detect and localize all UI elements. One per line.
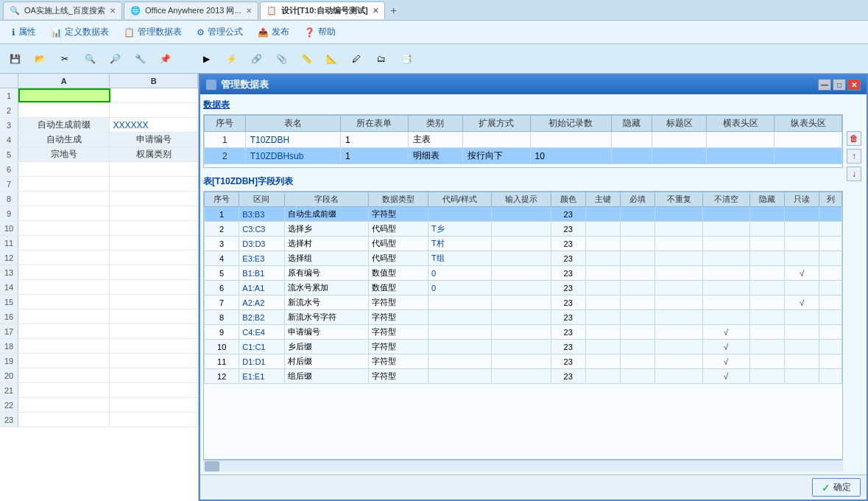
row1-name[interactable]: T10ZDBH [245, 132, 340, 148]
row2-seq: 2 [205, 148, 246, 164]
tool1-icon-btn[interactable]: 🔧 [128, 47, 152, 71]
ft-col-pk: 主键 [585, 192, 620, 207]
modal-maximize-btn[interactable]: □ [833, 79, 846, 91]
tool9-icon-btn[interactable]: 🖊 [345, 47, 368, 71]
field-table-row[interactable]: 6A1:A1流水号累加数值型023 [205, 281, 842, 295]
row1-form: 1 [340, 132, 408, 148]
col-b-header: B [110, 74, 198, 88]
field-table-row[interactable]: 9C4:E4申请编号字符型23√ [205, 325, 842, 340]
toolbar-help-label: 帮助 [318, 26, 336, 38]
filter-icon-btn[interactable]: 🔎 [103, 47, 127, 71]
tab-1[interactable]: 🔍 OA实施上线_百度搜索 ✕ [3, 1, 122, 19]
field-table-row[interactable]: 12E1:E1组后缀字符型23√ [205, 369, 842, 384]
tab-2[interactable]: 🌐 Office Anywhere 2013 网... ✕ [124, 1, 258, 19]
field-table-row[interactable]: 7A2:A2新流水号字符型23√ [205, 295, 842, 310]
save-icon-btn[interactable]: 💾 [3, 47, 27, 71]
table-row: 11 [0, 236, 198, 251]
upper-col-vheader: 纵表头区 [775, 116, 842, 132]
tool6-icon-btn[interactable]: 📎 [269, 47, 293, 71]
toolbar-properties-btn[interactable]: ℹ 属性 [6, 24, 42, 40]
tool10-icon-btn[interactable]: 🗂 [370, 47, 393, 71]
cell-a3[interactable]: 自动生成前缀 [18, 118, 110, 132]
ft-col-name: 字段名 [284, 192, 368, 207]
tab-3-close[interactable]: ✕ [373, 7, 378, 15]
modal-close-btn[interactable]: ✕ [847, 79, 861, 91]
tool4-icon-btn[interactable]: ⚡ [219, 47, 243, 71]
cell-b3[interactable]: XXXXXX [110, 118, 198, 132]
cell-a2[interactable] [18, 103, 110, 117]
toolbar-properties-label: 属性 [18, 26, 36, 38]
cell-a4[interactable]: 自动生成 [18, 133, 110, 147]
field-table-row[interactable]: 2C3:C3选择乡代码型T乡23 [205, 222, 842, 237]
data-table-link[interactable]: 数据表 [203, 99, 230, 110]
upper-col-seq: 序号 [205, 116, 246, 132]
field-table-row[interactable]: 10C1:C1乡后缀字符型23√ [205, 340, 842, 354]
cut-icon-btn[interactable]: ✂ [53, 47, 77, 71]
table-row: 8 [0, 192, 198, 206]
ft-col-type: 数据类型 [369, 192, 428, 207]
upper-data-table: 序号 表名 所在表单 类别 扩展方式 初始记录数 隐藏 标题区 横表头区 纵 [204, 115, 842, 164]
search-icon-btn[interactable]: 🔍 [78, 47, 102, 71]
field-table-row[interactable]: 4E3:E3选择组代码型T组23 [205, 251, 842, 266]
tab-3-label: 设计[T10:自动编号测试] [281, 5, 368, 16]
row2-name[interactable]: T10ZDBHsub [245, 148, 340, 164]
modal-footer: ✓ 确定 [200, 474, 867, 500]
tool11-icon-btn[interactable]: 📑 [395, 47, 418, 71]
tool3-icon-btn[interactable]: ▶ [194, 47, 218, 71]
field-table-row[interactable]: 8B2:B2新流水号字符字符型23 [205, 310, 842, 325]
col-a-header: A [18, 74, 110, 88]
tab-3[interactable]: 📋 设计[T10:自动编号测试] ✕ [260, 1, 385, 19]
tool2-icon-btn[interactable]: 📌 [153, 47, 177, 71]
scroll-thumb[interactable] [205, 461, 219, 472]
tab-2-label: Office Anywhere 2013 网... [145, 5, 241, 16]
horizontal-scrollbar[interactable] [203, 460, 843, 472]
table-row[interactable]: 1 T10ZDBH 1 主表 [205, 132, 842, 148]
toolbar-help-btn[interactable]: ❓ 帮助 [298, 24, 342, 40]
field-table: 序号 区间 字段名 数据类型 代码/样式 输入提示 颜色 主键 必填 [204, 192, 842, 384]
cell-b5[interactable]: 权属类别 [110, 147, 198, 161]
cell-b2[interactable] [110, 103, 198, 117]
spreadsheet: A B 1 2 3 自动生成前缀 XXXXXX 4 自动生成 申请编号 [0, 74, 199, 501]
tool5-icon-btn[interactable]: 🔗 [244, 47, 268, 71]
toolbar-publish-btn[interactable]: 📤 发布 [252, 24, 295, 40]
cell-b1[interactable] [110, 88, 199, 102]
modal-titlebar: 管理数据表 — □ ✕ [200, 75, 867, 94]
table-row: 13 [0, 265, 198, 280]
field-table-row[interactable]: 1B3:B3自动生成前缀字符型23 [205, 207, 842, 222]
row2-form: 1 [340, 148, 408, 164]
confirm-button[interactable]: ✓ 确定 [812, 478, 861, 497]
manage-icon: 📋 [124, 27, 135, 38]
toolbar-formula-btn[interactable]: ⚙ 管理公式 [191, 24, 249, 40]
upper-delete-btn[interactable]: 🗑 [847, 131, 861, 146]
open-icon-btn[interactable]: 📂 [28, 47, 52, 71]
cell-a5[interactable]: 宗地号 [18, 147, 110, 161]
field-list-link[interactable]: 表[T10ZDBH]字段列表 [203, 176, 293, 186]
table-icon: 📊 [51, 27, 62, 38]
field-table-row[interactable]: 5B1:B1原有编号数值型023√ [205, 266, 842, 281]
formula-icon: ⚙ [197, 27, 205, 38]
row1-hheader [707, 132, 775, 148]
tool8-icon-btn[interactable]: 📐 [320, 47, 343, 71]
toolbar-publish-label: 发布 [272, 26, 289, 38]
upper-col-type: 类别 [408, 116, 462, 132]
field-table-row[interactable]: 3D3:D3选择村代码型T村23 [205, 237, 842, 251]
tab-2-close[interactable]: ✕ [246, 7, 252, 15]
ft-col-required: 必填 [621, 192, 655, 207]
toolbar-manage-table-btn[interactable]: 📋 管理数据表 [118, 24, 188, 40]
table-row: 12 [0, 251, 198, 265]
add-tab-button[interactable]: + [387, 3, 401, 18]
modal-minimize-btn[interactable]: — [818, 79, 831, 91]
table-row[interactable]: 2 T10ZDBHsub 1 明细表 按行向下 10 [205, 148, 842, 164]
cell-a1[interactable] [18, 88, 110, 102]
cell-b4[interactable]: 申请编号 [110, 133, 198, 147]
row1-expand [462, 132, 530, 148]
field-table-row[interactable]: 11D1:D1村后缀字符型23√ [205, 354, 842, 369]
table-row: 19 [0, 354, 198, 368]
tab-1-close[interactable]: ✕ [110, 7, 116, 15]
upper-up-btn[interactable]: ↑ [847, 149, 861, 164]
upper-down-btn[interactable]: ↓ [847, 167, 861, 181]
upper-table-container: 序号 表名 所在表单 类别 扩展方式 初始记录数 隐藏 标题区 横表头区 纵 [203, 114, 843, 168]
toolbar-define-table-btn[interactable]: 📊 定义数据表 [45, 24, 115, 40]
ft-col-col: 列 [819, 192, 842, 207]
tool7-icon-btn[interactable]: 📏 [294, 47, 318, 71]
